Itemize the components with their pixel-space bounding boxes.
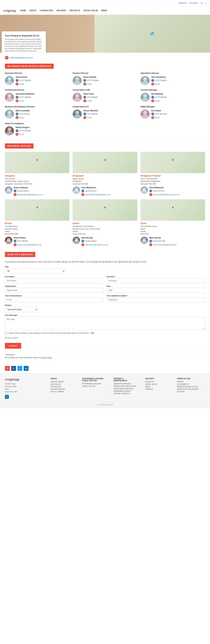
nav-social-value[interactable]: SOCIAL VALUE bbox=[83, 9, 98, 12]
footer-repairs-col: REPAIRS &MAINTENANCE DISREPAIR SERVICES … bbox=[114, 378, 142, 399]
nav-capabilities[interactable]: CAPABILITIES bbox=[40, 9, 53, 12]
head-office-label: MD GROUP HEAD OFFICE CONTACTS bbox=[5, 64, 54, 69]
footer-link[interactable]: CAREERS bbox=[145, 388, 173, 390]
message-textarea[interactable] bbox=[5, 317, 205, 330]
privacy-link[interactable]: Privacy Policy bbox=[41, 356, 52, 358]
contact-info-col: Brian Daintith 📞 07717 836466 ✉ Email bbox=[83, 76, 99, 86]
title-select[interactable]: Mr Mrs Ms Dr bbox=[5, 268, 65, 274]
contact-name: Vince Bradbury bbox=[151, 76, 167, 78]
footer-link[interactable]: AFFORDABLE HOUSING bbox=[82, 383, 110, 385]
form-group-email: Your email address* bbox=[5, 295, 103, 302]
footer-logo[interactable]: mdgroup bbox=[5, 378, 47, 381]
contact-card-bdd: Business Development Director Matt Const… bbox=[5, 106, 69, 119]
contact-person: Brian Daintith 📞 07717 836466 ✉ Email bbox=[73, 76, 137, 86]
footer-terms-col: TERMS OF USE PRIVACY ACCESSIBILITY MODER… bbox=[177, 378, 205, 399]
contact-phone: 📞 01278 447127 bbox=[149, 190, 179, 192]
contact-email-link[interactable]: ✉ Email bbox=[151, 116, 167, 119]
nav-delivery[interactable]: DELIVERY bbox=[56, 9, 66, 12]
contact-email-link[interactable]: ✉ paul-whitworth@md-group.co.uk bbox=[149, 193, 179, 196]
contact-email-link[interactable]: ✉ neil.darnley@mdgroup.co.uk bbox=[81, 243, 108, 246]
form-contact-row: Your email address* Your telephone numbe… bbox=[5, 295, 205, 302]
org-label: Organisation bbox=[5, 285, 103, 287]
nav-projects[interactable]: PROJECTS bbox=[70, 9, 80, 12]
role-input[interactable] bbox=[107, 288, 205, 293]
contact-email-link[interactable]: ✉ Email bbox=[83, 82, 99, 86]
footer-link[interactable]: ACCESSIBILITY bbox=[177, 383, 205, 385]
footer-linkedin-button[interactable]: in bbox=[5, 395, 9, 399]
footer-link[interactable]: COMPLIANCE SERVICES bbox=[114, 388, 142, 390]
region-address: The Mall HouseDumfries StreetNiltonBrist… bbox=[5, 225, 69, 235]
footer-link[interactable]: PROJECTS bbox=[145, 381, 173, 383]
footer-link[interactable]: SPECIAL PROJECTS bbox=[114, 393, 142, 394]
contact-card-group-hr: Group Head of HR Dawn Dean 📞 0779 380460… bbox=[73, 89, 137, 102]
share-icon[interactable]: ⬡ bbox=[205, 2, 207, 4]
phone-icon: 📞 bbox=[151, 79, 154, 82]
contact-phone: 📞 01202 381 590 bbox=[149, 240, 177, 242]
twitter-button[interactable]: t bbox=[17, 366, 22, 371]
nav-news[interactable]: NEWS bbox=[101, 9, 107, 12]
footer-link[interactable]: PRIVACY bbox=[177, 381, 205, 383]
contact-phone: 📞 0117 986480 bbox=[14, 240, 41, 242]
phone-icon: 📞 bbox=[15, 79, 18, 82]
form-group-org: Organisation bbox=[5, 285, 103, 293]
region-name: Exeter bbox=[73, 222, 137, 224]
mail-icon: ✉ bbox=[149, 243, 152, 246]
contact-email-link[interactable]: ✉ matt.vincant@mdgroup.co.uk bbox=[149, 243, 177, 246]
region-contact: Stuart Andrews 📞 01235 019214 ✉ stuartan… bbox=[5, 186, 69, 196]
region-address: 110-194 Alder RoadPooleDorsetBH12 4XX bbox=[141, 225, 205, 235]
contact-email-link[interactable]: ✉ Email bbox=[15, 82, 31, 86]
footer-link[interactable]: GENDER PAY GAP REPORT bbox=[177, 388, 205, 390]
consent-checkbox[interactable] bbox=[5, 332, 7, 334]
footer-link[interactable]: NEWS bbox=[145, 386, 173, 388]
avatar bbox=[73, 237, 80, 244]
footer-link[interactable]: WHY MD GROUP bbox=[51, 381, 79, 383]
contact-email-link[interactable]: ✉ Email bbox=[151, 99, 167, 102]
footer-link[interactable]: POLICY LIBRARY bbox=[51, 391, 79, 392]
phone-input[interactable] bbox=[107, 297, 205, 302]
nav-about[interactable]: ABOUT bbox=[29, 9, 36, 12]
subject-select[interactable]: General Enquiry bbox=[5, 307, 38, 312]
contact-email-link[interactable]: ✉ Email bbox=[151, 82, 167, 86]
hero-map: 🗺️ bbox=[95, 15, 210, 53]
org-input[interactable] bbox=[5, 288, 103, 293]
surname-input[interactable] bbox=[107, 278, 205, 283]
contact-email-link[interactable]: ✉ shane-reece@mdgroup.co.uk bbox=[14, 243, 41, 246]
avatar bbox=[5, 126, 14, 135]
contact-name: Neil Madeley bbox=[151, 93, 167, 95]
footer-link[interactable]: SITE MAP bbox=[177, 391, 205, 392]
logo[interactable]: mdgroup bbox=[3, 8, 16, 13]
email-input[interactable] bbox=[5, 297, 103, 302]
footer-link[interactable]: ACCREDITATIONS bbox=[51, 388, 79, 390]
submit-button[interactable]: SUBMIT bbox=[5, 343, 21, 349]
footer-link[interactable]: MODERN SLAVERY POLICY bbox=[177, 386, 205, 388]
privacy-modal: Your Privacy Is Important To Us This web… bbox=[2, 31, 46, 53]
sitemap-link[interactable]: SITE MAP bbox=[190, 2, 198, 4]
linkedin-button[interactable]: in bbox=[24, 366, 28, 371]
contact-email-link[interactable]: ✉ Email bbox=[83, 116, 98, 119]
contact-name: Matt Constable bbox=[15, 110, 30, 112]
contact-email-link[interactable]: ✉ Email bbox=[83, 99, 98, 102]
head-office-contacts-grid: Executive Director Steve Devlin 📞 07717 … bbox=[0, 72, 210, 122]
footer-link[interactable]: PASSIVE FIRE PROTECTION bbox=[114, 385, 142, 387]
footer-link[interactable]: OUR PEOPLE bbox=[51, 386, 79, 388]
contact-info-col: Kieran Warwick 📞 0112 836445 ✉ Email bbox=[83, 110, 98, 119]
contact-email-address[interactable]: enquiries@mdgroup.co.uk bbox=[10, 56, 33, 59]
contact-info-col: Neil Darnley 📞 01392 444433 ✉ neil.darnl… bbox=[81, 237, 108, 246]
share-button[interactable]: ⬡ bbox=[5, 366, 10, 371]
contact-email-link[interactable]: ✉ stuartandrews@mdgroup.co.uk bbox=[14, 193, 42, 196]
facebook-button[interactable]: f bbox=[11, 366, 16, 371]
contact-email-link[interactable]: ✉ paul.whitworth@mdgroup.co.uk bbox=[81, 193, 110, 196]
footer-link[interactable]: PUBLIC SECTOR bbox=[82, 385, 110, 387]
search-icon[interactable]: 🔍 bbox=[200, 2, 203, 4]
careers-link[interactable]: CAREERS bbox=[178, 2, 187, 4]
footer-link[interactable]: SOCIAL VALUE bbox=[145, 383, 173, 385]
firstname-input[interactable] bbox=[5, 278, 103, 283]
footer-link[interactable]: OUR VALUES bbox=[51, 383, 79, 385]
footer-link[interactable]: DISREPAIR SERVICES bbox=[114, 383, 142, 385]
region-name: Bridgwater bbox=[73, 174, 137, 177]
footer-link[interactable]: RENEWABLE ENERGY bbox=[114, 390, 142, 392]
contact-email-link[interactable]: ✉ Email bbox=[15, 99, 34, 102]
contact-email-link[interactable]: ✉ Email bbox=[15, 133, 31, 136]
contact-email-link[interactable]: ✉ Email bbox=[15, 116, 30, 119]
nav-home[interactable]: HOME bbox=[20, 9, 26, 12]
